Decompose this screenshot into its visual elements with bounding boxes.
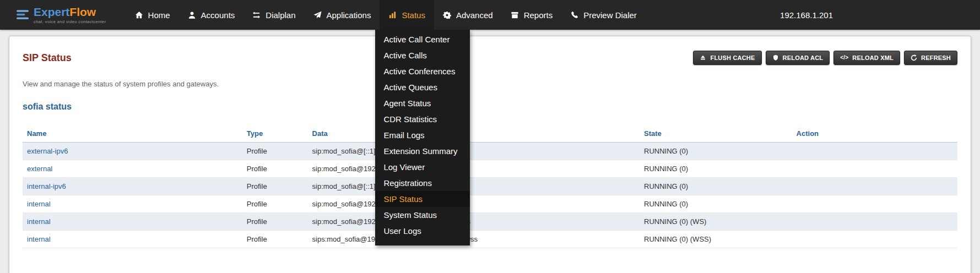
- profile-type: Profile: [242, 178, 308, 195]
- profile-state: RUNNING (0) (WS): [640, 213, 792, 231]
- column-header-state: State: [640, 125, 792, 143]
- content-card: SIP Status FLUSH CACHE RELOAD ACL </> RE…: [9, 36, 971, 273]
- profile-name-link[interactable]: internal-ipv6: [27, 182, 66, 190]
- profile-data: sip:mod_sofia@[::1]:5080: [308, 143, 640, 160]
- profile-action: [792, 160, 957, 178]
- sip-profile-row: internal Profile sip:mod_sofia@192.168.1…: [23, 213, 957, 231]
- button-label: FLUSH CACHE: [710, 54, 755, 61]
- table-header-row: Name Type Data State Action: [23, 125, 957, 143]
- column-header-action: Action: [792, 125, 957, 143]
- profile-action: [792, 195, 957, 213]
- sip-profile-row: external Profile sip:mod_sofia@192.168.1…: [23, 160, 957, 178]
- menu-item-user-logs[interactable]: User Logs: [375, 223, 470, 239]
- status-dropdown-menu: Active Call Center Active Calls Active C…: [375, 30, 470, 245]
- home-icon: [135, 11, 143, 19]
- menu-item-extension-summary[interactable]: Extension Summary: [375, 143, 470, 159]
- brand-logo[interactable]: ExpertFlow chat, voice and video contact…: [0, 0, 120, 30]
- profile-state: RUNNING (0): [640, 143, 792, 160]
- code-icon: </>: [840, 54, 848, 61]
- profile-action: [792, 143, 957, 160]
- paper-plane-icon: [313, 11, 322, 19]
- flush-cache-button[interactable]: FLUSH CACHE: [693, 51, 761, 65]
- menu-item-active-calls[interactable]: Active Calls: [375, 47, 470, 63]
- profile-state: RUNNING (0): [640, 160, 792, 178]
- reload-xml-button[interactable]: </> RELOAD XML: [833, 51, 900, 65]
- brand-name-primary: Expert: [34, 6, 69, 18]
- expertflow-logo-icon: [17, 9, 29, 21]
- section-title: sofia status: [23, 102, 957, 112]
- nav-item-applications[interactable]: Applications: [305, 0, 380, 30]
- profile-name-link[interactable]: external-ipv6: [27, 147, 68, 155]
- profile-name-link[interactable]: internal: [27, 217, 51, 226]
- menu-item-registrations[interactable]: Registrations: [375, 175, 470, 191]
- page-description: View and manage the status of system pro…: [23, 80, 957, 88]
- refresh-icon: [911, 54, 917, 61]
- profile-action: [792, 213, 957, 231]
- brand-tagline: chat, voice and video contactcenter: [34, 19, 106, 24]
- nav-item-label: Applications: [327, 10, 371, 20]
- profile-data: sips:mod_sofia@192.168.1.201:7443;transp…: [308, 231, 640, 248]
- menu-item-active-call-center[interactable]: Active Call Center: [375, 31, 470, 47]
- phone-icon: [570, 11, 578, 19]
- nav-item-status[interactable]: Status Active Call Center Active Calls A…: [380, 0, 434, 30]
- profile-data: sip:mod_sofia@[::1]:5060: [308, 178, 640, 195]
- column-header-data: Data: [308, 125, 640, 143]
- shield-icon: [772, 54, 779, 61]
- profile-type: Profile: [242, 195, 308, 213]
- profile-name-link[interactable]: internal: [27, 235, 51, 243]
- nav-item-dialplan[interactable]: Dialplan: [243, 0, 304, 30]
- nav-item-advanced[interactable]: Advanced: [434, 0, 502, 30]
- sip-profile-row: internal Profile sips:mod_sofia@192.168.…: [23, 231, 957, 248]
- profile-type: Profile: [242, 231, 308, 248]
- box-icon: [511, 11, 519, 19]
- main-nav: Home Accounts Dialplan Applications Stat…: [126, 0, 646, 30]
- profile-name-link[interactable]: internal: [27, 200, 51, 208]
- profile-type: Profile: [242, 143, 308, 160]
- sip-profile-row: internal Profile sip:mod_sofia@192.168.1…: [23, 195, 957, 213]
- profile-name-link[interactable]: external: [27, 165, 52, 173]
- menu-item-active-queues[interactable]: Active Queues: [375, 79, 470, 95]
- menu-item-sip-status[interactable]: SIP Status: [375, 191, 470, 207]
- column-header-name: Name: [23, 125, 242, 143]
- nav-item-label: Dialplan: [266, 10, 295, 20]
- menu-item-active-conferences[interactable]: Active Conferences: [375, 63, 470, 79]
- refresh-button[interactable]: REFRESH: [904, 51, 957, 65]
- button-label: RELOAD XML: [852, 54, 894, 61]
- user-icon: [188, 11, 196, 19]
- page-header: SIP Status FLUSH CACHE RELOAD ACL </> RE…: [23, 51, 957, 65]
- brand-text: ExpertFlow chat, voice and video contact…: [34, 6, 106, 24]
- profile-type: Profile: [242, 160, 308, 178]
- nav-item-reports[interactable]: Reports: [502, 0, 562, 30]
- nav-item-label: Advanced: [456, 10, 493, 20]
- menu-item-system-status[interactable]: System Status: [375, 207, 470, 223]
- profile-data: sip:mod_sofia@192.168.1.201:5072;transpo…: [308, 213, 640, 231]
- profile-data: sip:mod_sofia@192.168.1.201:5060: [308, 195, 640, 213]
- sip-profile-row: external-ipv6 Profile sip:mod_sofia@[::1…: [23, 143, 957, 160]
- menu-item-cdr-statistics[interactable]: CDR Statistics: [375, 111, 470, 127]
- profile-state: RUNNING (0) (WSS): [640, 231, 792, 248]
- sofia-status-table: Name Type Data State Action external-ipv…: [23, 125, 957, 248]
- profile-action: [792, 178, 957, 195]
- nav-item-label: Status: [402, 10, 425, 20]
- brand-name-secondary: Flow: [69, 6, 96, 18]
- button-label: RELOAD ACL: [783, 54, 824, 61]
- toolbar: FLUSH CACHE RELOAD ACL </> RELOAD XML RE…: [693, 51, 957, 65]
- nav-item-label: Reports: [524, 10, 553, 20]
- nav-item-label: Home: [148, 10, 170, 20]
- button-label: REFRESH: [921, 54, 951, 61]
- menu-item-agent-status[interactable]: Agent Status: [375, 95, 470, 111]
- profile-data: sip:mod_sofia@192.168.1.201:5080: [308, 160, 640, 178]
- column-header-type: Type: [242, 125, 308, 143]
- profile-state: RUNNING (0): [640, 178, 792, 195]
- menu-item-email-logs[interactable]: Email Logs: [375, 127, 470, 143]
- reload-acl-button[interactable]: RELOAD ACL: [766, 51, 830, 65]
- nav-item-accounts[interactable]: Accounts: [179, 0, 244, 30]
- nav-item-home[interactable]: Home: [126, 0, 179, 30]
- page-title: SIP Status: [23, 52, 72, 64]
- nav-item-preview-dialer[interactable]: Preview Dialer: [561, 0, 646, 30]
- menu-item-log-viewer[interactable]: Log Viewer: [375, 159, 470, 175]
- bar-chart-icon: [388, 11, 397, 19]
- transfer-arrows-icon: [252, 11, 261, 19]
- gear-icon: [443, 11, 451, 19]
- nav-item-label: Preview Dialer: [583, 10, 637, 20]
